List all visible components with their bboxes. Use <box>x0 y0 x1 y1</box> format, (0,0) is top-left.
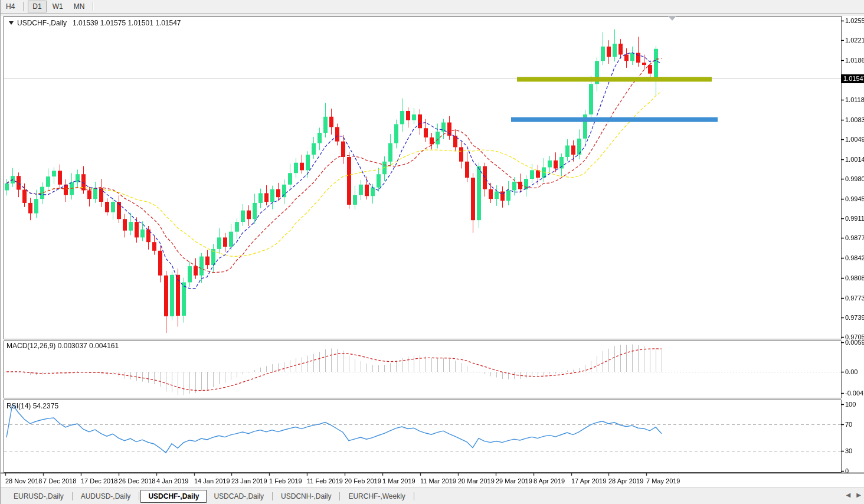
tab-separator <box>72 492 73 500</box>
tab-eurchf-weekly[interactable]: EURCHF-,Weekly <box>341 490 412 502</box>
tab-scroll-left-button[interactable]: ◀ <box>846 492 851 498</box>
tab-separator <box>339 492 340 500</box>
tab-eurusd-daily[interactable]: EURUSD-,Daily <box>6 490 71 502</box>
tab-separator <box>272 492 273 500</box>
tab-separator <box>414 492 414 500</box>
tab-scroll-right-button[interactable]: ▶ <box>856 492 861 498</box>
tab-usdcnh-daily[interactable]: USDCNH-,Daily <box>274 490 338 502</box>
symbol-dropdown-icon[interactable] <box>9 21 14 25</box>
tab-scroll-controls: ◀ ▶ <box>846 492 861 498</box>
tab-separator <box>139 492 139 500</box>
chart-tab-bar: EURUSD-,DailyAUDUSD-,DailyUSDCHF-,DailyU… <box>1 487 864 504</box>
tab-audusd-daily[interactable]: AUDUSD-,Daily <box>74 490 138 502</box>
tab-usdchf-daily[interactable]: USDCHF-,Daily <box>140 490 207 503</box>
terminal-window: H4 D1 W1 MN USDCHF-,Daily1.01539 1.01575… <box>0 0 864 504</box>
chart-canvas[interactable] <box>1 0 864 504</box>
tab-usdcad-daily[interactable]: USDCAD-,Daily <box>207 490 271 502</box>
